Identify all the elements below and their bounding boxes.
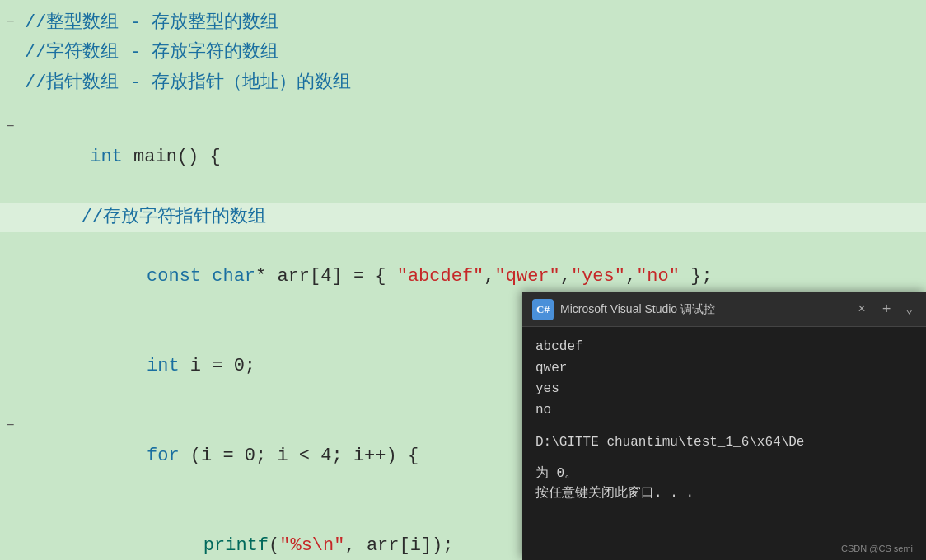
- console-titlebar: C# Microsoft Visual Studio 调试控 × + ⌄: [522, 292, 926, 327]
- console-title: Microsoft Visual Studio 调试控: [560, 302, 846, 317]
- console-body: abcdef qwer yes no D:\GITTE chuantimu\te…: [522, 327, 926, 540]
- path-line-2: 为 0。: [535, 464, 913, 483]
- path-line-1: D:\GITTE chuantimu\test_1_6\x64\De: [535, 432, 913, 452]
- fold-btn-8[interactable]: −: [7, 412, 25, 436]
- spacer-1: [0, 98, 926, 113]
- code-line-4: − int main() {: [0, 113, 926, 203]
- console-app-icon: C#: [532, 299, 554, 320]
- output-line-2: qwer: [535, 358, 913, 380]
- fold-btn-1[interactable]: −: [7, 8, 25, 33]
- fold-spacer-7: [7, 322, 25, 347]
- output-line-3: yes: [535, 379, 913, 400]
- code-line-1: − //整型数组 - 存放整型的数组: [0, 8, 926, 38]
- fold-spacer-6: [7, 232, 25, 257]
- main-decl: int main() {: [25, 113, 926, 203]
- comment-1: //整型数组 - 存放整型的数组: [25, 8, 926, 38]
- code-line-5: //存放字符指针的数组: [0, 203, 926, 232]
- console-plus-button[interactable]: +: [877, 301, 896, 318]
- fold-spacer-5: [7, 203, 25, 227]
- console-close-button[interactable]: ×: [853, 301, 871, 319]
- comment-4: //存放字符指针的数组: [38, 203, 926, 232]
- prompt-line: 按任意键关闭此窗口. . .: [535, 483, 913, 505]
- output-line-1: abcdef: [535, 337, 913, 358]
- fold-spacer-9: [7, 502, 25, 526]
- comment-2: //字符数组 - 存放字符的数组: [25, 38, 926, 68]
- fold-btn-4[interactable]: −: [7, 113, 25, 138]
- main-rest: main() {: [123, 147, 221, 167]
- fold-spacer-2: [7, 38, 25, 63]
- console-overlay: C# Microsoft Visual Studio 调试控 × + ⌄ abc…: [522, 292, 926, 560]
- output-line-4: no: [535, 400, 913, 422]
- fold-spacer-3: [7, 68, 25, 93]
- console-chevron-button[interactable]: ⌄: [903, 302, 916, 316]
- keyword-int: int: [90, 147, 123, 167]
- code-line-3: //指针数组 - 存放指针（地址）的数组: [0, 68, 926, 98]
- code-line-2: //字符数组 - 存放字符的数组: [0, 38, 926, 68]
- comment-3: //指针数组 - 存放指针（地址）的数组: [25, 68, 926, 98]
- footer-text: CSDN @CS semi: [841, 544, 913, 553]
- code-area: − //整型数组 - 存放整型的数组 //字符数组 - 存放字符的数组 //指针…: [0, 0, 926, 560]
- console-footer: CSDN @CS semi: [522, 540, 926, 560]
